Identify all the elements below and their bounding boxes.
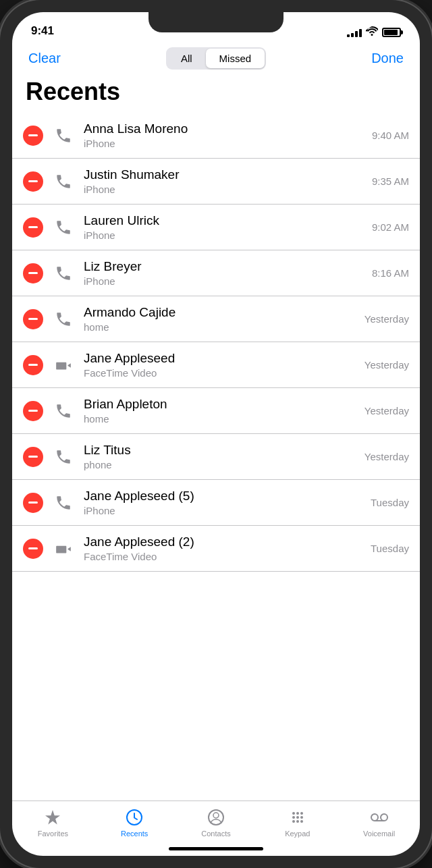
clear-button[interactable]: Clear	[28, 51, 61, 66]
call-name: Liz Titus	[84, 443, 364, 458]
call-type: FaceTime Video	[84, 551, 371, 562]
phone-frame: 9:41 Clear	[0, 0, 432, 868]
svg-point-9	[292, 820, 295, 823]
call-name: Brian Appleton	[84, 397, 364, 412]
svg-point-6	[292, 816, 295, 819]
phone-icon	[51, 399, 76, 423]
page-title: Recents	[12, 75, 420, 113]
tab-favorites[interactable]: Favorites	[12, 808, 94, 838]
svg-point-8	[300, 816, 303, 819]
tab-favorites-label: Favorites	[38, 830, 68, 838]
svg-point-7	[296, 816, 299, 819]
call-type: iPhone	[84, 229, 372, 241]
call-list: Anna Lisa Moreno iPhone 9:40 AM Justin S…	[12, 113, 420, 572]
call-item: Liz Titus phone Yesterday	[12, 434, 420, 480]
phone-icon	[51, 261, 76, 286]
call-info: Armando Cajide home	[84, 305, 364, 333]
delete-button[interactable]	[23, 493, 43, 513]
call-time: 8:16 AM	[372, 267, 409, 279]
call-time: Yesterday	[364, 313, 409, 325]
call-info: Anna Lisa Moreno iPhone	[84, 121, 372, 150]
segment-missed[interactable]: Missed	[206, 49, 265, 68]
call-item: Armando Cajide home Yesterday	[12, 296, 420, 342]
phone-icon	[51, 491, 76, 515]
done-button[interactable]: Done	[371, 51, 404, 66]
call-info: Lauren Ulrick iPhone	[84, 213, 372, 242]
clock-icon	[125, 808, 144, 827]
status-icons	[347, 26, 401, 38]
tab-contacts-label: Contacts	[201, 830, 230, 838]
segment-control: All Missed	[166, 47, 266, 70]
call-time: Tuesday	[371, 497, 409, 508]
call-type: FaceTime Video	[84, 367, 364, 379]
phone-icon	[51, 215, 76, 240]
call-type: phone	[84, 459, 364, 470]
call-item: Jane Appleseed (2) FaceTime Video Tuesda…	[12, 526, 420, 572]
delete-button[interactable]	[23, 217, 43, 238]
tab-voicemail[interactable]: Voicemail	[338, 808, 420, 838]
grid-icon	[288, 808, 307, 827]
tab-voicemail-label: Voicemail	[363, 830, 395, 838]
call-info: Liz Titus phone	[84, 443, 364, 471]
call-name: Lauren Ulrick	[84, 213, 372, 229]
svg-point-12	[371, 814, 378, 821]
call-name: Jane Appleseed (5)	[84, 489, 371, 504]
call-type: iPhone	[84, 275, 372, 287]
delete-button[interactable]	[23, 126, 43, 146]
signal-bar-4	[359, 29, 362, 37]
tab-contacts[interactable]: Contacts	[176, 808, 257, 838]
svg-point-10	[296, 820, 299, 823]
call-name: Justin Shumaker	[84, 167, 372, 183]
signal-bar-1	[347, 34, 350, 37]
call-time: Yesterday	[364, 451, 409, 462]
call-item: Liz Breyer iPhone 8:16 AM	[12, 250, 420, 296]
home-indicator	[169, 847, 263, 850]
battery-fill	[384, 30, 398, 35]
tab-recents[interactable]: Recents	[94, 808, 176, 838]
call-type: iPhone	[84, 138, 372, 149]
facetime-icon	[51, 537, 76, 561]
delete-button[interactable]	[23, 447, 43, 467]
call-name: Jane Appleseed (2)	[84, 535, 371, 550]
phone-screen: 9:41 Clear	[12, 12, 420, 856]
star-icon	[43, 808, 62, 827]
delete-button[interactable]	[23, 263, 43, 283]
call-type: home	[84, 321, 364, 333]
call-info: Jane Appleseed FaceTime Video	[84, 351, 364, 379]
signal-bar-2	[351, 33, 354, 37]
phone-icon	[51, 307, 76, 331]
delete-button[interactable]	[23, 171, 43, 192]
voicemail-icon	[370, 808, 389, 827]
call-info: Liz Breyer iPhone	[84, 259, 372, 288]
delete-button[interactable]	[23, 355, 43, 375]
call-time: 9:40 AM	[372, 130, 409, 141]
battery-icon	[382, 28, 401, 37]
call-time: Yesterday	[364, 359, 409, 371]
call-type: iPhone	[84, 184, 372, 195]
call-item: Lauren Ulrick iPhone 9:02 AM	[12, 205, 420, 250]
notch	[148, 12, 284, 32]
call-type: iPhone	[84, 505, 371, 516]
call-item: Brian Appleton home Yesterday	[12, 388, 420, 434]
facetime-icon	[51, 353, 76, 377]
svg-point-2	[213, 813, 219, 818]
call-item: Jane Appleseed FaceTime Video Yesterday	[12, 342, 420, 388]
call-info: Jane Appleseed (5) iPhone	[84, 489, 371, 517]
delete-button[interactable]	[23, 309, 43, 329]
delete-button[interactable]	[23, 401, 43, 421]
call-time: 9:35 AM	[372, 175, 409, 187]
svg-point-5	[300, 812, 303, 815]
call-item: Justin Shumaker iPhone 9:35 AM	[12, 159, 420, 205]
person-circle-icon	[207, 808, 225, 827]
segment-all[interactable]: All	[167, 49, 206, 68]
call-item: Anna Lisa Moreno iPhone 9:40 AM	[12, 113, 420, 159]
call-name: Jane Appleseed	[84, 351, 364, 367]
status-time: 9:41	[31, 24, 54, 38]
call-type: home	[84, 413, 364, 425]
phone-icon	[51, 445, 76, 469]
signal-bars-icon	[347, 28, 362, 37]
delete-button[interactable]	[23, 539, 43, 559]
tab-keypad[interactable]: Keypad	[256, 808, 338, 838]
call-time: 9:02 AM	[372, 221, 409, 233]
tab-keypad-label: Keypad	[285, 830, 310, 838]
